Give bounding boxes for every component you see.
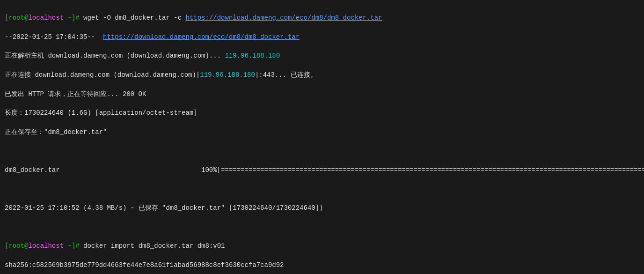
line-2: --2022-01-25 17:04:35-- https://download… — [5, 32, 639, 42]
line-6: 长度：1730224640 (1.6G) [application/octet-… — [5, 108, 639, 118]
line-blank-1 — [5, 146, 639, 156]
line-progress: dm8_docker.tar 100%[====================… — [5, 165, 639, 175]
terminal-window: [root@localhost ~]# wget -O dm8_docker.t… — [5, 4, 639, 274]
prompt-user: [root@ — [5, 14, 28, 22]
line-5: 已发出 HTTP 请求，正在等待回应... 200 OK — [5, 89, 639, 99]
prompt-host: localhost — [28, 14, 64, 22]
line-blank-2 — [5, 185, 639, 194]
line-blank-3 — [5, 222, 639, 232]
line-7: 正在保存至："dm8_docker.tar" — [5, 127, 639, 137]
line-docker-import: [root@localhost ~]# docker import dm8_do… — [5, 241, 639, 251]
line-sha: sha256:c582569b3975de779dd4663fe44e7e8a6… — [5, 260, 639, 270]
line-saved: 2022-01-25 17:10:52 (4.38 MB/s) - 已保存 "d… — [5, 203, 639, 213]
line-3: 正在解析主机 download.dameng.com (download.dam… — [5, 51, 639, 60]
line-4: 正在连接 download.dameng.com (download.damen… — [5, 70, 639, 80]
prompt-tilde: ~]# — [64, 14, 80, 22]
cmd-wget: wget -O dm8_docker.tar -c https://downlo… — [80, 14, 382, 22]
line-1: [root@localhost ~]# wget -O dm8_docker.t… — [5, 13, 639, 22]
